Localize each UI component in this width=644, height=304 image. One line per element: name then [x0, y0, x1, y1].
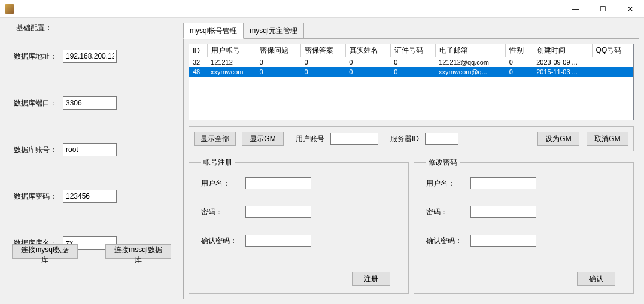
table-row[interactable]: 321212120000121212@qq.com02023-09-09 ... — [189, 57, 633, 67]
table-cell — [592, 57, 633, 67]
table-cell: 32 — [189, 57, 207, 67]
filter-user-label: 用户账号 — [296, 134, 324, 144]
filter-bar: 显示全部 显示GM 用户账号 服务器ID 设为GM 取消GM — [189, 126, 634, 151]
cp-password-input[interactable] — [470, 206, 536, 218]
table-cell: 0 — [300, 57, 345, 67]
db-addr-label: 数据库地址： — [14, 51, 59, 62]
table-header[interactable]: 用户帐号 — [207, 44, 256, 57]
app-icon — [5, 4, 14, 14]
table-header[interactable]: 创建时间 — [533, 44, 592, 57]
table-header[interactable]: ID — [189, 44, 207, 57]
table-cell: 48 — [189, 67, 207, 77]
table-header[interactable]: 真实姓名 — [345, 44, 390, 57]
cp-password-label: 密码： — [426, 207, 466, 217]
cp-confirm-input[interactable] — [470, 235, 536, 247]
connect-mysql-button[interactable]: 连接mysql数据库 — [12, 244, 78, 259]
table-header[interactable]: 电子邮箱 — [435, 44, 506, 57]
changepwd-legend: 修改密码 — [426, 157, 460, 168]
set-gm-button[interactable]: 设为GM — [537, 132, 579, 146]
changepwd-fieldset: 修改密码 用户名： 密码： 确认密码： 确认 — [414, 157, 634, 294]
table-cell: 0 — [390, 67, 435, 77]
db-pwd-label: 数据库密码： — [14, 191, 59, 202]
table-header[interactable]: 性别 — [506, 44, 533, 57]
table-header[interactable]: 密保问题 — [256, 44, 301, 57]
table-cell: 0 — [506, 57, 533, 67]
filter-user-input[interactable] — [330, 133, 378, 145]
accounts-table[interactable]: ID用户帐号密保问题密保答案真实姓名证件号码电子邮箱性别创建时间QQ号码 321… — [189, 44, 634, 120]
filter-server-input[interactable] — [425, 133, 458, 145]
table-cell: 121212 — [207, 57, 256, 67]
table-cell: 0 — [300, 67, 345, 77]
table-cell: xxymwcom — [207, 67, 256, 77]
reg-password-label: 密码： — [201, 207, 241, 217]
reg-username-label: 用户名： — [201, 178, 241, 189]
table-cell: 0 — [256, 67, 301, 77]
db-user-label: 数据库账号： — [14, 145, 59, 155]
db-port-label: 数据库端口： — [14, 98, 59, 108]
register-button[interactable]: 注册 — [352, 272, 390, 286]
table-row[interactable]: 48xxymwcom0000xxymwcom@q...02015-11-03 .… — [189, 67, 633, 77]
table-header[interactable]: 证件号码 — [390, 44, 435, 57]
tabs: mysql帐号管理 mysql元宝管理 — [183, 23, 639, 39]
connect-mssql-button[interactable]: 连接mssql数据库 — [105, 244, 171, 259]
table-cell: 0 — [390, 57, 435, 67]
config-legend: 基础配置： — [14, 23, 54, 33]
reg-confirm-label: 确认密码： — [201, 236, 241, 246]
reg-username-input[interactable] — [245, 177, 311, 189]
tab-yuanbao-mgmt[interactable]: mysql元宝管理 — [244, 23, 303, 39]
table-cell: xxymwcom@q... — [435, 67, 506, 77]
show-gm-button[interactable]: 显示GM — [242, 132, 284, 146]
register-legend: 帐号注册 — [201, 157, 235, 168]
table-cell: 0 — [256, 57, 301, 67]
table-cell — [592, 67, 633, 77]
cp-username-input[interactable] — [470, 177, 536, 189]
table-cell: 2023-09-09 ... — [533, 57, 592, 67]
titlebar: — ☐ ✕ — [0, 0, 644, 18]
changepwd-button[interactable]: 确认 — [577, 272, 615, 286]
db-user-input[interactable] — [63, 143, 117, 156]
table-cell: 121212@qq.com — [435, 57, 506, 67]
maximize-button[interactable]: ☐ — [589, 0, 616, 18]
cp-confirm-label: 确认密码： — [426, 236, 466, 246]
minimize-button[interactable]: — — [561, 0, 589, 18]
reg-confirm-input[interactable] — [245, 235, 311, 247]
table-cell: 0 — [345, 57, 390, 67]
table-header[interactable]: 密保答案 — [300, 44, 345, 57]
table-header[interactable]: QQ号码 — [592, 44, 633, 57]
table-cell: 2015-11-03 ... — [533, 67, 592, 77]
close-button[interactable]: ✕ — [616, 0, 644, 18]
cp-username-label: 用户名： — [426, 178, 466, 189]
config-fieldset: 基础配置： 数据库地址： 数据库端口： 数据库账号： 数据库密码： — [5, 23, 178, 299]
filter-server-label: 服务器ID — [390, 134, 419, 144]
db-port-input[interactable] — [63, 96, 117, 110]
register-fieldset: 帐号注册 用户名： 密码： 确认密码： 注册 — [189, 157, 409, 294]
tab-account-mgmt[interactable]: mysql帐号管理 — [183, 23, 244, 39]
db-addr-input[interactable] — [63, 50, 117, 63]
reg-password-input[interactable] — [245, 206, 311, 218]
table-cell: 0 — [345, 67, 390, 77]
db-pwd-input[interactable] — [63, 190, 117, 203]
cancel-gm-button[interactable]: 取消GM — [587, 132, 628, 146]
table-cell: 0 — [506, 67, 533, 77]
show-all-button[interactable]: 显示全部 — [194, 132, 236, 146]
